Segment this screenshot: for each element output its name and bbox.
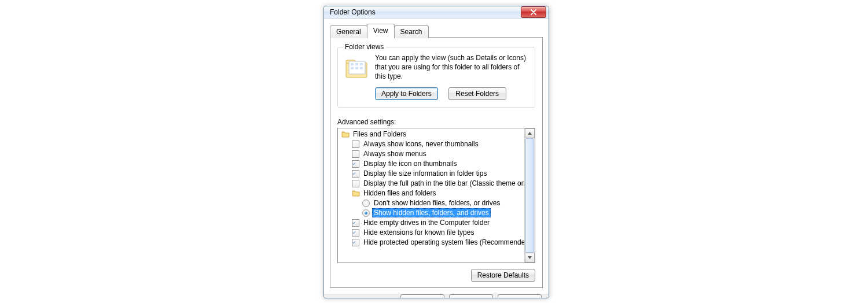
apply-to-folders-button[interactable]: Apply to Folders <box>375 87 438 100</box>
opt-label: Hide empty drives in the Computer folder <box>362 219 491 227</box>
chevron-down-icon <box>528 256 532 259</box>
opt-hide-empty-drives[interactable]: Hide empty drives in the Computer folder <box>339 218 524 228</box>
opt-hide-protected-os-files[interactable]: Hide protected operating system files (R… <box>339 238 524 247</box>
close-icon <box>531 9 536 15</box>
tree-group-label: Hidden files and folders <box>362 189 437 197</box>
opt-display-file-size-tips[interactable]: Display file size information in folder … <box>339 169 524 179</box>
svg-rect-5 <box>360 63 363 65</box>
folder-icon <box>341 130 350 138</box>
opt-label: Always show menus <box>362 150 428 158</box>
opt-always-show-icons[interactable]: Always show icons, never thumbnails <box>339 139 524 149</box>
checkbox-icon <box>352 170 359 178</box>
folder-icon <box>352 189 360 197</box>
tabpanel-view: Folder views <box>330 37 543 288</box>
tab-view[interactable]: View <box>367 24 395 38</box>
scroll-up-button[interactable] <box>525 128 535 138</box>
ok-button[interactable]: OK <box>400 294 444 298</box>
opt-display-file-icon-thumbnails[interactable]: Display file icon on thumbnails <box>339 159 524 169</box>
folder-views-description: You can apply the view (such as Details … <box>375 53 529 82</box>
opt-label: Show hidden files, folders, and drives <box>372 208 491 217</box>
folder-views-group: Folder views <box>337 47 535 108</box>
tree-root-files-and-folders: Files and Folders <box>339 130 524 139</box>
scroll-thumb[interactable] <box>525 138 534 253</box>
svg-rect-6 <box>351 67 354 69</box>
scroll-down-button[interactable] <box>525 253 535 263</box>
folder-options-dialog: Folder Options General View Search Folde… <box>323 6 549 298</box>
checkbox-icon <box>352 150 359 158</box>
dialog-client: General View Search Folder views <box>324 19 549 294</box>
opt-label: Hide extensions for known file types <box>362 228 475 237</box>
cancel-button[interactable]: Cancel <box>449 294 493 298</box>
advanced-settings-tree: Files and Folders Always show icons, nev… <box>337 128 535 263</box>
opt-label: Hide protected operating system files (R… <box>362 238 524 246</box>
dialog-footer: OK Cancel Apply <box>324 294 549 298</box>
svg-rect-8 <box>360 67 363 69</box>
tree-group-hidden-files: Hidden files and folders <box>339 189 524 198</box>
opt-display-full-path-titlebar[interactable]: Display the full path in the title bar (… <box>339 179 524 189</box>
tab-search-label: Search <box>400 28 422 36</box>
tabstrip: General View Search <box>330 23 543 37</box>
tab-general[interactable]: General <box>330 25 367 38</box>
folder-views-legend: Folder views <box>343 43 386 51</box>
advanced-settings-list[interactable]: Files and Folders Always show icons, nev… <box>338 128 524 263</box>
svg-rect-3 <box>351 63 354 65</box>
folder-views-icon <box>344 56 369 81</box>
advanced-settings-label: Advanced settings: <box>337 118 535 126</box>
opt-label: Display file icon on thumbnails <box>362 160 458 168</box>
chevron-up-icon <box>528 132 532 135</box>
close-button[interactable] <box>521 6 546 18</box>
tab-search[interactable]: Search <box>394 25 429 38</box>
restore-defaults-button[interactable]: Restore Defaults <box>471 269 535 282</box>
tab-view-label: View <box>373 27 388 35</box>
scroll-track[interactable] <box>525 138 535 253</box>
opt-show-hidden[interactable]: Show hidden files, folders, and drives <box>339 208 524 218</box>
tab-general-label: General <box>336 28 361 36</box>
svg-rect-7 <box>355 67 358 69</box>
radio-icon <box>362 199 370 207</box>
checkbox-icon <box>352 219 359 227</box>
checkbox-icon <box>352 239 359 246</box>
apply-button[interactable]: Apply <box>498 294 542 298</box>
opt-always-show-menus[interactable]: Always show menus <box>339 149 524 159</box>
opt-label: Don't show hidden files, folders, or dri… <box>373 199 501 207</box>
titlebar: Folder Options <box>324 6 549 19</box>
opt-hide-extensions[interactable]: Hide extensions for known file types <box>339 228 524 238</box>
reset-folders-button[interactable]: Reset Folders <box>448 87 506 100</box>
advanced-settings-scrollbar[interactable] <box>524 128 535 263</box>
checkbox-icon <box>352 180 359 187</box>
opt-label: Display the full path in the title bar (… <box>362 179 524 187</box>
opt-label: Display file size information in folder … <box>362 169 488 178</box>
tree-root-label: Files and Folders <box>352 130 407 138</box>
checkbox-icon <box>352 160 359 168</box>
dialog-title: Folder Options <box>330 8 521 16</box>
opt-label: Always show icons, never thumbnails <box>362 140 480 148</box>
checkbox-icon <box>352 229 359 237</box>
checkbox-icon <box>352 141 359 148</box>
svg-rect-4 <box>355 63 358 65</box>
radio-icon <box>362 209 370 217</box>
opt-dont-show-hidden[interactable]: Don't show hidden files, folders, or dri… <box>339 198 524 208</box>
